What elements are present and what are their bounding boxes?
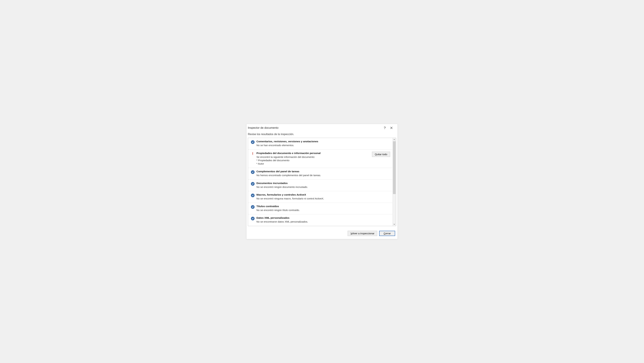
close-button[interactable]: Cerrar — [379, 231, 395, 236]
warning-icon: ! — [250, 152, 255, 166]
scroll-down-icon[interactable] — [392, 223, 396, 226]
result-row: Macros, formularios y controles ActiveXN… — [248, 191, 392, 203]
result-description: No se encontró ninguna macro, formulario… — [256, 197, 390, 200]
check-icon — [250, 216, 255, 223]
result-title: Propiedades del documento e información … — [256, 152, 370, 155]
result-content: Propiedades del documento e información … — [255, 152, 370, 166]
result-description: No se encontraron datos XML personalizad… — [256, 220, 390, 223]
titlebar: Inspector de documento ? — [246, 124, 398, 131]
check-icon — [250, 193, 255, 200]
result-title: Macros, formularios y controles ActiveX — [256, 193, 390, 196]
result-title: Datos XML personalizados — [256, 216, 390, 219]
scroll-up-icon[interactable] — [392, 138, 396, 141]
result-description: No se encontró ningún documento incrusta… — [256, 185, 390, 189]
close-icon[interactable] — [388, 125, 395, 130]
result-description: Se encontró la siguiente información del… — [256, 155, 370, 166]
result-row: Complementos del panel de tareasNo hemos… — [248, 168, 392, 179]
result-description: No se han encontrado elementos. — [256, 144, 390, 147]
result-title: Títulos contraídos — [256, 205, 390, 208]
result-row: Datos XML personalizadosNo se encontraro… — [248, 214, 392, 226]
results-list: Comentarios, revisiones, versiones y ano… — [248, 138, 392, 226]
result-description: No se encontró ningún título contraído. — [256, 209, 390, 212]
remove-all-button[interactable]: Quitar todo — [372, 152, 390, 157]
result-row: !Propiedades del documento e información… — [248, 150, 392, 168]
document-inspector-dialog: Inspector de documento ? Revise los resu… — [246, 124, 398, 239]
dialog-footer: Volver a inspeccionar Cerrar — [246, 227, 398, 239]
result-row: Comentarios, revisiones, versiones y ano… — [248, 138, 392, 149]
check-icon — [250, 140, 255, 147]
result-title: Documentos incrustados — [256, 182, 390, 185]
result-content: Comentarios, revisiones, versiones y ano… — [255, 140, 390, 147]
reinspect-button[interactable]: Volver a inspeccionar — [348, 231, 377, 236]
dialog-subtitle: Revise los resultados de la inspección. — [246, 131, 398, 138]
result-content: Complementos del panel de tareasNo hemos… — [255, 170, 390, 177]
help-icon[interactable]: ? — [381, 125, 388, 130]
scroll-thumb[interactable] — [393, 141, 396, 194]
result-description: No hemos encontrado complementos del pan… — [256, 174, 390, 177]
dialog-title: Inspector de documento — [248, 126, 381, 130]
check-icon — [250, 170, 255, 177]
check-icon — [250, 205, 255, 212]
result-title: Complementos del panel de tareas — [256, 170, 390, 173]
result-content: Datos XML personalizadosNo se encontraro… — [255, 216, 390, 223]
result-content: Títulos contraídosNo se encontró ningún … — [255, 205, 390, 212]
results-panel: Comentarios, revisiones, versiones y ano… — [248, 138, 396, 226]
check-icon — [250, 182, 255, 189]
result-content: Macros, formularios y controles ActiveXN… — [255, 193, 390, 200]
result-row: Títulos contraídosNo se encontró ningún … — [248, 203, 392, 214]
result-action: Quitar todo — [370, 152, 390, 166]
scroll-track[interactable] — [392, 141, 396, 222]
result-title: Comentarios, revisiones, versiones y ano… — [256, 140, 390, 143]
result-row: Documentos incrustadosNo se encontró nin… — [248, 180, 392, 191]
scrollbar[interactable] — [392, 138, 396, 226]
result-content: Documentos incrustadosNo se encontró nin… — [255, 182, 390, 189]
